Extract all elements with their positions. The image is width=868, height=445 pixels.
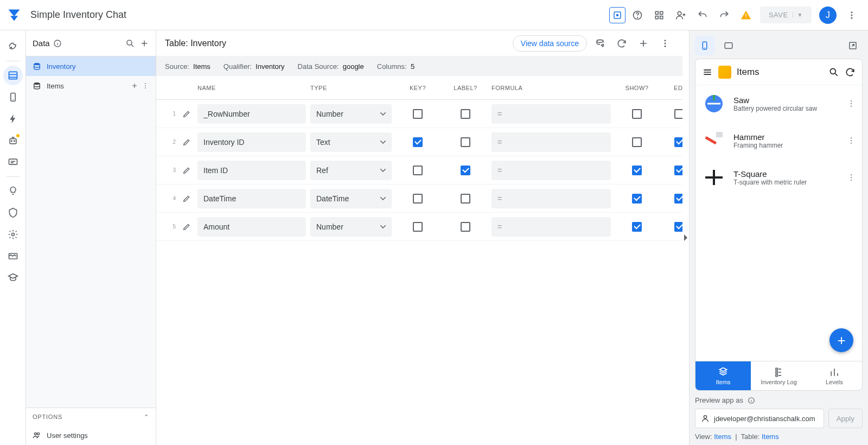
- column-type-select[interactable]: Number: [310, 217, 392, 237]
- rail-chat-icon[interactable]: [3, 152, 23, 172]
- preview-resize-handle[interactable]: [682, 30, 689, 445]
- regenerate-icon[interactable]: [591, 35, 609, 52]
- rail-views-icon[interactable]: [3, 87, 23, 107]
- show-checkbox[interactable]: [632, 194, 642, 204]
- add-table-icon[interactable]: [139, 39, 149, 48]
- key-checkbox[interactable]: [413, 166, 423, 175]
- edit-checkbox[interactable]: [674, 166, 682, 175]
- phone-tab-items[interactable]: Items: [695, 361, 751, 390]
- label-checkbox[interactable]: [461, 109, 470, 119]
- table-item-inventory[interactable]: Inventory: [26, 56, 156, 76]
- rail-intelligence-icon[interactable]: [3, 181, 23, 201]
- edit-icon[interactable]: [180, 166, 193, 175]
- table-more-icon[interactable]: [656, 35, 674, 52]
- list-item[interactable]: Hammer Framing hammer: [695, 122, 862, 159]
- info-icon[interactable]: [748, 397, 755, 404]
- key-checkbox[interactable]: [413, 222, 423, 232]
- edit-icon[interactable]: [180, 138, 193, 147]
- rail-actions-icon[interactable]: [3, 109, 23, 129]
- preview-view-link[interactable]: Items: [714, 433, 731, 441]
- help-icon[interactable]: [628, 5, 647, 25]
- more-vert-icon[interactable]: [142, 82, 149, 90]
- formula-input[interactable]: [492, 189, 611, 208]
- edit-checkbox[interactable]: [674, 137, 682, 147]
- phone-tab-inventory-log[interactable]: Inventory Log: [751, 361, 806, 390]
- label-checkbox[interactable]: [461, 137, 470, 147]
- options-toggle[interactable]: OPTIONS ⌃: [26, 408, 156, 425]
- show-checkbox[interactable]: [632, 109, 642, 119]
- label-checkbox[interactable]: [461, 222, 470, 232]
- add-icon[interactable]: [131, 82, 138, 90]
- column-type-select[interactable]: Ref: [310, 161, 392, 180]
- column-name-input[interactable]: [197, 217, 306, 237]
- key-checkbox[interactable]: [413, 109, 423, 119]
- rail-learn-icon[interactable]: [3, 268, 23, 288]
- label-checkbox[interactable]: [461, 166, 470, 175]
- rail-automation-icon[interactable]: [3, 131, 23, 150]
- item-more-icon[interactable]: [847, 99, 856, 108]
- list-item[interactable]: Saw Battery powered circular saw: [695, 85, 862, 122]
- edit-checkbox[interactable]: [674, 109, 682, 119]
- mobile-preview-icon[interactable]: [695, 36, 714, 55]
- warning-icon[interactable]: [736, 5, 756, 25]
- rail-settings-icon[interactable]: [3, 225, 23, 244]
- column-type-select[interactable]: Number: [310, 104, 392, 124]
- rail-data-icon[interactable]: [3, 66, 23, 85]
- search-icon[interactable]: [125, 39, 135, 48]
- appsheet-logo: [7, 8, 22, 23]
- info-icon[interactable]: [53, 39, 62, 48]
- column-type-select[interactable]: Text: [310, 132, 392, 152]
- redo-icon[interactable]: [714, 5, 734, 25]
- share-preview-icon[interactable]: [609, 7, 626, 23]
- spec-icon[interactable]: [649, 5, 669, 25]
- preview-table-link[interactable]: Items: [762, 433, 779, 441]
- phone-frame: Items Saw Battery powered circular saw H…: [695, 59, 863, 391]
- apply-button[interactable]: Apply: [828, 409, 863, 428]
- rail-security-icon[interactable]: [3, 203, 23, 223]
- rail-home-icon[interactable]: [3, 37, 23, 56]
- add-column-icon[interactable]: [635, 35, 652, 52]
- list-item[interactable]: T-Square T-square with metric ruler: [695, 159, 862, 196]
- preview-email-input[interactable]: jdeveloper@christianschalk.com: [695, 409, 824, 428]
- edit-icon[interactable]: [180, 194, 193, 203]
- edit-icon[interactable]: [180, 223, 193, 231]
- add-user-icon[interactable]: [671, 5, 691, 25]
- refresh-icon[interactable]: [613, 35, 630, 52]
- column-name-input[interactable]: [197, 132, 306, 152]
- column-name-input[interactable]: [197, 104, 306, 124]
- label-checkbox[interactable]: [461, 194, 470, 204]
- show-checkbox[interactable]: [632, 137, 642, 147]
- item-more-icon[interactable]: [847, 136, 856, 145]
- user-settings-row[interactable]: User settings: [26, 425, 156, 445]
- avatar[interactable]: J: [819, 7, 837, 24]
- more-icon[interactable]: [842, 5, 861, 25]
- phone-tab-levels[interactable]: Levels: [807, 361, 862, 390]
- phone-refresh-icon[interactable]: [845, 67, 856, 78]
- key-checkbox[interactable]: [413, 137, 423, 147]
- table-item-items[interactable]: Items: [26, 76, 156, 96]
- edit-checkbox[interactable]: [674, 194, 682, 204]
- svg-point-51: [851, 143, 852, 144]
- show-checkbox[interactable]: [632, 222, 642, 232]
- formula-input[interactable]: [492, 161, 611, 180]
- open-preview-icon[interactable]: [843, 36, 863, 55]
- column-name-input[interactable]: [197, 161, 306, 180]
- formula-input[interactable]: [492, 104, 611, 124]
- column-type-select[interactable]: DateTime: [310, 189, 392, 208]
- formula-input[interactable]: [492, 217, 611, 237]
- show-checkbox[interactable]: [632, 166, 642, 175]
- save-button[interactable]: SAVE▼: [760, 7, 812, 23]
- rail-manage-icon[interactable]: [3, 246, 23, 266]
- item-more-icon[interactable]: [847, 173, 856, 182]
- view-data-source-button[interactable]: View data source: [513, 35, 587, 52]
- tablet-preview-icon[interactable]: [719, 36, 738, 55]
- key-checkbox[interactable]: [413, 194, 423, 204]
- phone-search-icon[interactable]: [828, 67, 839, 78]
- fab-add-button[interactable]: +: [829, 328, 853, 352]
- column-name-input[interactable]: [197, 189, 306, 208]
- formula-input[interactable]: [492, 132, 611, 152]
- menu-icon[interactable]: [702, 67, 713, 78]
- undo-icon[interactable]: [693, 5, 712, 25]
- edit-checkbox[interactable]: [674, 222, 682, 232]
- edit-icon[interactable]: [180, 110, 193, 118]
